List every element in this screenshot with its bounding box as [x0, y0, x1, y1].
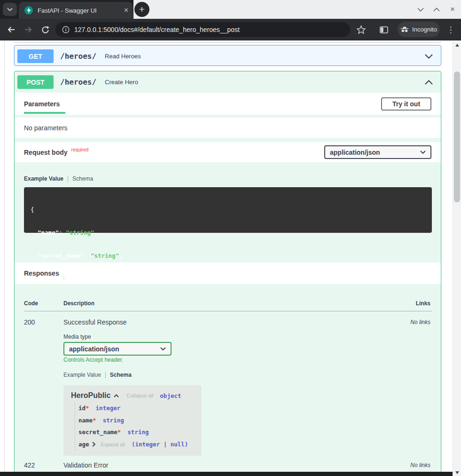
opblock-post-heroes: POST /heroes/ Create Hero Parameters Try… — [14, 71, 441, 472]
code-line: { — [31, 206, 425, 214]
bookmark-star-icon[interactable] — [356, 24, 366, 35]
window-controls: × — [416, 0, 457, 19]
accept-header-note: Controls Accept header. — [63, 357, 123, 363]
window-maximize-icon[interactable] — [432, 5, 441, 14]
tab-search-button[interactable] — [3, 3, 17, 16]
required-label: required — [71, 147, 89, 152]
code-line: "secret_name": "string", — [31, 252, 425, 260]
incognito-icon — [400, 26, 409, 32]
chevron-down-icon — [160, 347, 166, 350]
response-code-200: 200 — [24, 318, 35, 326]
schema-property-row: id* integer — [78, 404, 120, 412]
collapse-all-hint: Collapse all — [126, 393, 153, 398]
forward-button[interactable] — [23, 24, 33, 35]
model-toggle[interactable]: HeroPublic Collapse all object — [71, 390, 181, 401]
site-info-icon[interactable] — [62, 26, 70, 33]
scroll-up-arrow[interactable] — [455, 44, 459, 47]
tab-schema[interactable]: Schema — [110, 372, 132, 378]
new-tab-button[interactable]: + — [134, 2, 149, 17]
window-close-icon[interactable]: × — [448, 5, 457, 14]
url-text[interactable]: 127.0.0.1:5000/docs#/default/create_hero… — [74, 26, 240, 33]
chevron-down-icon — [420, 151, 426, 154]
scrollbar[interactable] — [453, 41, 461, 476]
code-line: "name": "string", — [31, 229, 425, 237]
opblock-get-heroes: GET /heroes/ Read Heroes — [14, 45, 441, 66]
table-header-underline — [24, 311, 432, 311]
response-200-links: No links — [410, 319, 430, 325]
response-code-422: 422 — [24, 461, 35, 469]
try-it-out-button[interactable]: Try it out — [381, 97, 431, 111]
response-media-type-select[interactable]: application/json — [63, 342, 172, 356]
model-name: HeroPublic — [71, 391, 110, 400]
model-type: object — [160, 392, 181, 399]
response-media-type-value: application/json — [69, 345, 119, 353]
post-method-badge: POST — [17, 75, 54, 89]
property-guide-line — [75, 403, 75, 450]
swagger-page: GET /heroes/ Read Heroes POST /heroes/ C… — [0, 41, 453, 472]
window-bottom-edge — [0, 472, 453, 476]
no-parameters-text: No parameters — [24, 124, 68, 132]
menu-dots-icon[interactable]: ⋮ — [445, 24, 456, 35]
schema-property-row-age: age Expand all (integer | null) — [78, 440, 188, 448]
opblock-post-summary[interactable]: POST /heroes/ Create Hero — [15, 71, 441, 93]
schema-property-row: name* string — [78, 416, 124, 424]
schema-property-row: secret_name* string — [78, 428, 148, 436]
side-panel-icon[interactable] — [379, 24, 389, 35]
tab-close-icon[interactable]: × — [124, 7, 128, 14]
response-example-tabs: Example Value Schema — [63, 371, 132, 379]
scrollbar-thumb[interactable] — [454, 71, 460, 202]
chevron-up-icon[interactable] — [114, 394, 119, 397]
chevron-right-icon[interactable] — [92, 442, 95, 447]
tab-divider — [105, 372, 106, 378]
tab-schema[interactable]: Schema — [72, 175, 93, 182]
expand-arrow-icon[interactable] — [424, 54, 433, 59]
column-header-links: Links — [416, 300, 430, 308]
get-summary-text: Read Heroes — [105, 53, 141, 60]
parameters-tab-underline — [24, 112, 65, 114]
request-body-media-type-value: application/json — [330, 149, 380, 156]
browser-toolbar: 127.0.0.1:5000/docs#/default/create_hero… — [0, 19, 461, 40]
browser-window: FastAPI - Swagger UI × + × 127.0.0.1:500… — [0, 0, 461, 476]
response-200-description: Successful Response — [63, 318, 127, 326]
responses-header: Responses — [15, 262, 441, 284]
chevron-down-icon — [7, 8, 13, 11]
tab-example-value[interactable]: Example Value — [63, 372, 101, 378]
column-header-code: Code — [24, 300, 38, 308]
section-divider — [14, 42, 441, 43]
back-button[interactable] — [6, 24, 16, 35]
request-body-header: Request body required application/json — [15, 142, 441, 162]
no-parameters-row: No parameters — [15, 118, 441, 138]
post-summary-text: Create Hero — [105, 79, 138, 86]
tab-example-value[interactable]: Example Value — [24, 175, 63, 182]
parameters-title: Parameters — [24, 100, 60, 108]
fastapi-favicon-icon — [24, 6, 33, 15]
post-path: /heroes/ — [60, 78, 96, 87]
reload-button[interactable] — [40, 24, 50, 35]
response-422-links: No links — [410, 462, 430, 468]
page-left-edge — [4, 41, 5, 472]
incognito-badge[interactable]: Incognito — [398, 22, 440, 37]
example-json-code: { "name": "string", "secret_name": "stri… — [24, 187, 432, 233]
get-method-badge: GET — [17, 49, 54, 63]
collapse-arrow-icon[interactable] — [424, 79, 433, 85]
media-type-label: Media type — [63, 333, 91, 340]
tab-strip: FastAPI - Swagger UI × + × — [0, 0, 461, 19]
request-body-media-type-select[interactable]: application/json — [324, 145, 431, 159]
parameters-header: Parameters Try it out — [15, 93, 441, 115]
response-422-description: Validation Error — [63, 461, 108, 469]
incognito-label: Incognito — [412, 26, 437, 33]
browser-tab[interactable]: FastAPI - Swagger UI × — [19, 2, 133, 19]
window-minimize-icon[interactable] — [416, 5, 425, 14]
schema-model-box: HeroPublic Collapse all object id* integ… — [63, 385, 202, 456]
expand-all-hint: Expand all — [101, 442, 125, 447]
responses-title: Responses — [24, 270, 59, 277]
request-example-tabs: Example Value Schema — [24, 175, 93, 182]
get-path: /heroes/ — [60, 52, 96, 61]
tab-title: FastAPI - Swagger UI — [38, 7, 120, 14]
address-bar[interactable]: 127.0.0.1:5000/docs#/default/create_hero… — [55, 22, 350, 37]
tab-divider — [68, 176, 68, 182]
scroll-down-arrow[interactable] — [455, 471, 459, 474]
opblock-get-summary[interactable]: GET /heroes/ Read Heroes — [15, 46, 441, 67]
column-header-description: Description — [63, 300, 94, 308]
request-body-title: Request body — [24, 149, 68, 156]
